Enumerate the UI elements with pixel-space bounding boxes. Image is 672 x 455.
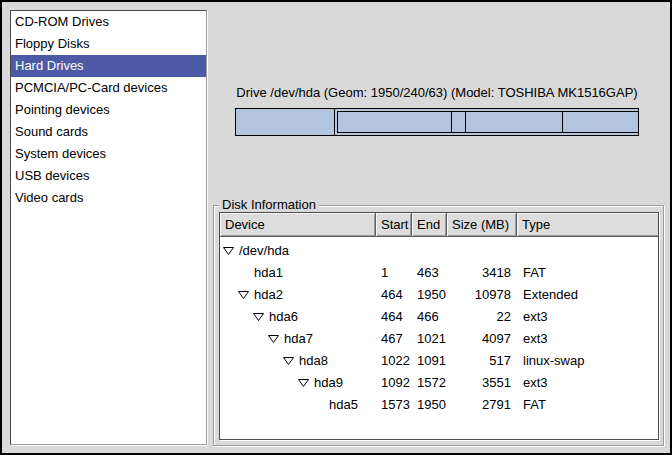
disk-information-label: Disk Information (219, 197, 319, 213)
device-label: /dev/hda (239, 240, 289, 262)
table-row-hda5[interactable]: hda5157319502791FAT (220, 394, 658, 416)
type-cell: linux-swap (517, 350, 658, 372)
sidebar-item-hard-drives[interactable]: Hard Drives (11, 55, 206, 77)
type-cell: ext3 (517, 372, 658, 394)
device-label: hda7 (284, 328, 313, 350)
device-cell: hda2 (220, 284, 376, 306)
sidebar-item-system-devices[interactable]: System devices (11, 143, 206, 165)
start-cell: 1092 (376, 372, 412, 394)
size-cell (447, 240, 517, 262)
end-cell (412, 240, 447, 262)
expander-icon[interactable] (268, 334, 279, 344)
column-header-end[interactable]: End (412, 213, 447, 237)
disk-table-header: DeviceStartEndSize (MB)Type (220, 213, 658, 237)
drive-title: Drive /dev/hda (Geom: 1950/240/63) (Mode… (235, 85, 639, 100)
start-cell: 1573 (376, 394, 412, 416)
size-cell: 4097 (447, 328, 517, 350)
column-header-type[interactable]: Type (517, 213, 658, 237)
table-row-hda2[interactable]: hda2464195010978Extended (220, 284, 658, 306)
device-label: hda9 (314, 372, 343, 394)
start-cell: 1 (376, 262, 412, 284)
expander-icon[interactable] (283, 356, 294, 366)
column-header-device[interactable]: Device (220, 213, 376, 237)
start-cell: 467 (376, 328, 412, 350)
table-row-hda7[interactable]: hda746710214097ext3 (220, 328, 658, 350)
partition-divider (451, 112, 452, 132)
device-cell: hda6 (220, 306, 376, 328)
partition-divider (562, 112, 563, 132)
size-cell: 3551 (447, 372, 517, 394)
end-cell: 1572 (412, 372, 447, 394)
end-cell: 1091 (412, 350, 447, 372)
device-cell: hda5 (220, 394, 376, 416)
size-cell: 10978 (447, 284, 517, 306)
type-cell: FAT (517, 394, 658, 416)
sidebar-item-video-cards[interactable]: Video cards (11, 187, 206, 209)
sidebar-item-pcmcia-pc-card-devices[interactable]: PCMCIA/PC-Card devices (11, 77, 206, 99)
sidebar-item-usb-devices[interactable]: USB devices (11, 165, 206, 187)
table-row-dev-hda[interactable]: /dev/hda (220, 240, 658, 262)
partition-divider (465, 112, 466, 132)
sidebar-item-cd-rom-drives[interactable]: CD-ROM Drives (11, 11, 206, 33)
expander-icon[interactable] (238, 290, 249, 300)
disk-table-body: /dev/hdahda114633418FAThda2464195010978E… (220, 237, 658, 416)
start-cell: 1022 (376, 350, 412, 372)
sidebar-item-sound-cards[interactable]: Sound cards (11, 121, 206, 143)
device-cell: hda9 (220, 372, 376, 394)
partition-segment-hda1[interactable] (236, 109, 335, 135)
size-cell: 22 (447, 306, 517, 328)
table-row-hda9[interactable]: hda9109215723551ext3 (220, 372, 658, 394)
column-header-size-mb[interactable]: Size (MB) (447, 213, 517, 237)
expander-icon[interactable] (223, 246, 234, 256)
column-header-start[interactable]: Start (376, 213, 412, 237)
device-cell: hda7 (220, 328, 376, 350)
device-label: hda1 (254, 262, 283, 284)
type-cell: ext3 (517, 328, 658, 350)
table-row-hda6[interactable]: hda646446622ext3 (220, 306, 658, 328)
type-cell: FAT (517, 262, 658, 284)
end-cell: 466 (412, 306, 447, 328)
start-cell: 464 (376, 306, 412, 328)
size-cell: 2791 (447, 394, 517, 416)
disk-table: DeviceStartEndSize (MB)Type /dev/hdahda1… (219, 212, 659, 440)
partition-extended-hda2[interactable] (337, 111, 638, 133)
device-label: hda5 (329, 394, 358, 416)
device-label: hda6 (269, 306, 298, 328)
sidebar-item-floppy-disks[interactable]: Floppy Disks (11, 33, 206, 55)
end-cell: 1021 (412, 328, 447, 350)
device-cell: /dev/hda (220, 240, 376, 262)
type-cell (517, 240, 658, 262)
device-label: hda8 (299, 350, 328, 372)
device-cell: hda1 (220, 262, 376, 284)
sidebar-item-pointing-devices[interactable]: Pointing devices (11, 99, 206, 121)
device-label: hda2 (254, 284, 283, 306)
hardware-browser-window: { "sidebar": { "selection_color": "#4c5a… (0, 0, 672, 455)
type-cell: ext3 (517, 306, 658, 328)
end-cell: 1950 (412, 394, 447, 416)
disk-information-frame: Disk Information DeviceStartEndSize (MB)… (213, 205, 664, 446)
end-cell: 1950 (412, 284, 447, 306)
size-cell: 517 (447, 350, 517, 372)
device-category-list: CD-ROM DrivesFloppy DisksHard DrivesPCMC… (10, 10, 207, 445)
expander-icon[interactable] (298, 378, 309, 388)
partition-bar (235, 108, 639, 136)
table-row-hda1[interactable]: hda114633418FAT (220, 262, 658, 284)
expander-icon[interactable] (253, 312, 264, 322)
start-cell: 464 (376, 284, 412, 306)
type-cell: Extended (517, 284, 658, 306)
size-cell: 3418 (447, 262, 517, 284)
table-row-hda8[interactable]: hda810221091517linux-swap (220, 350, 658, 372)
device-cell: hda8 (220, 350, 376, 372)
end-cell: 463 (412, 262, 447, 284)
start-cell (376, 240, 412, 262)
